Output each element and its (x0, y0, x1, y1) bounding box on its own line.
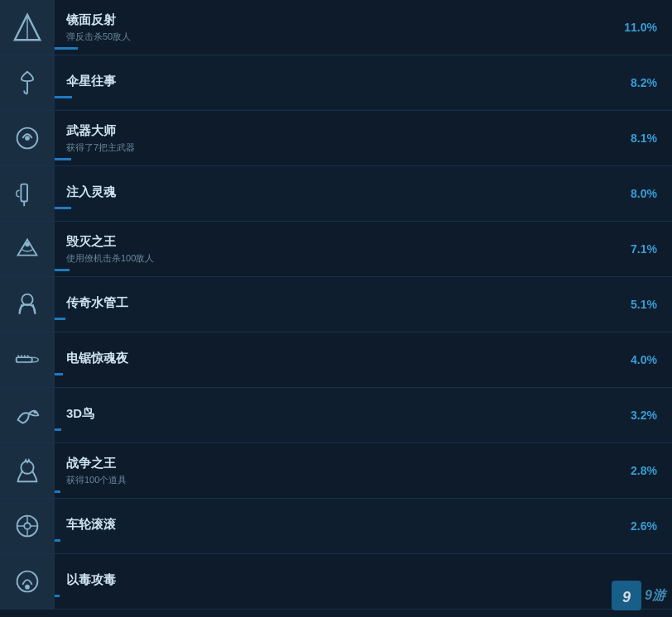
achievement-content: 电锯惊魂夜 (55, 344, 614, 375)
achievement-content: 战争之王 获得100个道具 (55, 449, 614, 493)
watermark-text: 9游 (645, 587, 665, 605)
achievement-content: 注入灵魂 (55, 178, 614, 209)
achievement-percent: 8.0% (614, 187, 672, 200)
achievement-item: 车轮滚滚 2.6% (0, 499, 672, 554)
bird-icon (12, 399, 43, 431)
achievement-content: 传奇水管工 (55, 289, 614, 320)
achievement-percent: 2.6% (614, 519, 672, 533)
achievement-item: 电锯惊魂夜 4.0% (0, 332, 672, 388)
achievement-progress-bar (55, 490, 60, 493)
svg-rect-5 (21, 184, 27, 202)
achievement-icon-box (0, 554, 55, 609)
achievement-title: 车轮滚滚 (66, 517, 602, 533)
achievement-content: 车轮滚滚 (55, 510, 614, 542)
achievement-icon-box (0, 55, 55, 110)
achievement-content: 武器大师 获得了7把主武器 (55, 117, 614, 160)
achievement-title: 电锯惊魂夜 (66, 351, 602, 366)
achievement-desc: 使用僚机击杀100敌人 (66, 252, 602, 265)
warking-icon (12, 455, 43, 486)
achievement-desc: 获得了7把主武器 (66, 141, 602, 154)
achievement-progress-bar (55, 539, 60, 542)
achievement-icon-box (0, 499, 55, 553)
achievement-item: 毁灭之王 使用僚机击杀100敌人 7.1% (0, 222, 672, 277)
wheel-icon (12, 510, 43, 542)
achievement-title: 以毒攻毒 (66, 572, 602, 588)
svg-point-19 (24, 523, 31, 529)
watermark-logo-icon: 9 (612, 581, 641, 610)
achievement-item: 伞星往事 8.2% (0, 55, 672, 111)
achievement-icon-box (0, 222, 55, 276)
achievement-item: 传奇水管工 5.1% (0, 277, 672, 332)
achievement-content: 毁灭之王 使用僚机击杀100敌人 (55, 227, 614, 271)
achievement-percent: 3.2% (614, 409, 672, 422)
achievement-percent: 8.1% (614, 132, 672, 145)
watermark: 9 9游 (612, 581, 665, 610)
svg-point-25 (25, 585, 30, 590)
achievement-title: 镜面反射 (66, 12, 602, 28)
chainsaw-icon (12, 344, 43, 375)
achievement-content: 3D鸟 (55, 399, 614, 431)
svg-point-16 (33, 410, 36, 414)
achievement-title: 注入灵魂 (66, 184, 602, 200)
achievement-icon-box (0, 277, 55, 332)
achievement-item: 注入灵魂 8.0% (0, 166, 672, 222)
achievement-percent: 4.0% (614, 353, 672, 366)
achievement-title: 战争之王 (66, 456, 602, 471)
achievement-content: 以毒攻毒 (55, 566, 614, 597)
achievement-progress-bar (55, 47, 78, 50)
achievement-icon-box (0, 388, 55, 442)
weapon-icon (12, 122, 43, 154)
achievement-progress-bar (55, 318, 65, 320)
achievement-percent: 7.1% (614, 242, 672, 256)
achievement-icon-box (0, 166, 55, 221)
achievement-progress-bar (55, 96, 72, 98)
achievement-desc: 获得100个道具 (66, 474, 602, 486)
achievement-item: 武器大师 获得了7把主武器 8.1% (0, 111, 672, 166)
achievement-percent: 5.1% (614, 298, 672, 311)
soul-icon (12, 178, 43, 209)
achievement-percent: 8.2% (614, 76, 672, 89)
svg-rect-11 (16, 357, 31, 362)
achievement-progress-bar (55, 269, 70, 271)
achievement-item: 镜面反射 弹反击杀50敌人 11.0% (0, 0, 672, 55)
achievement-list: 镜面反射 弹反击杀50敌人 11.0% 伞星往事 8.2% 武器大师 获得了7把… (0, 0, 672, 617)
achievement-progress-bar (55, 207, 71, 209)
umbrella-icon (12, 67, 43, 98)
mirror-icon (12, 12, 43, 43)
destroy-icon (12, 233, 43, 265)
achievement-content: 镜面反射 弹反击杀50敌人 (55, 6, 614, 50)
achievement-progress-bar (55, 595, 60, 597)
achievement-content: 伞星往事 (55, 67, 614, 98)
achievement-item: 战争之王 获得100个道具 2.8% (0, 443, 672, 499)
achievement-progress-bar (55, 428, 61, 431)
achievement-progress-bar (55, 158, 71, 160)
svg-point-4 (25, 136, 30, 141)
achievement-item: 以毒攻毒 (0, 554, 672, 610)
achievement-icon-box (0, 443, 55, 498)
svg-point-7 (25, 242, 30, 246)
achievement-desc: 弹反击杀50敌人 (66, 31, 602, 43)
achievement-title: 武器大师 (66, 123, 602, 139)
achievement-title: 毁灭之王 (66, 234, 602, 250)
svg-text:9: 9 (622, 589, 631, 605)
achievement-icon-box (0, 332, 55, 387)
achievement-percent: 11.0% (614, 21, 672, 34)
achievement-item: 3D鸟 3.2% (0, 388, 672, 443)
plumber-icon (12, 289, 43, 320)
achievement-title: 伞星往事 (66, 74, 602, 89)
achievement-icon-box (0, 111, 55, 165)
achievement-progress-bar (55, 373, 63, 375)
poison-icon (12, 566, 43, 597)
achievement-icon-box (0, 0, 55, 55)
achievement-title: 3D鸟 (66, 406, 602, 422)
achievement-title: 传奇水管工 (66, 295, 602, 311)
svg-point-8 (22, 294, 32, 305)
achievement-percent: 2.8% (614, 464, 672, 477)
